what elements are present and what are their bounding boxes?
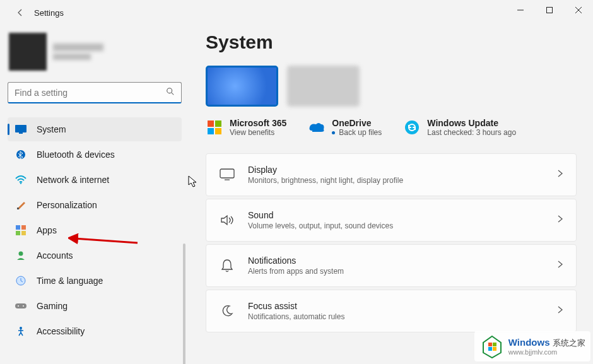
card-sound[interactable]: Sound Volume levels, output, input, soun… bbox=[206, 199, 577, 242]
svg-rect-22 bbox=[215, 128, 221, 134]
nav-label: Time & language bbox=[37, 276, 103, 286]
svg-point-23 bbox=[405, 120, 419, 134]
svg-rect-1 bbox=[547, 8, 553, 13]
avatar bbox=[9, 33, 47, 71]
device-card-secondary[interactable] bbox=[287, 66, 360, 107]
svg-point-7 bbox=[20, 182, 21, 184]
svg-rect-15 bbox=[15, 303, 26, 308]
search-icon bbox=[166, 87, 175, 98]
window-controls bbox=[506, 0, 593, 20]
update-icon bbox=[403, 119, 421, 136]
service-onedrive[interactable]: OneDrive Back up files bbox=[308, 118, 382, 137]
nav-item-apps[interactable]: Apps bbox=[8, 218, 182, 242]
card-sub: Volume levels, output, input, sound devi… bbox=[248, 221, 544, 230]
svg-rect-9 bbox=[16, 225, 20, 230]
svg-rect-30 bbox=[493, 347, 496, 351]
card-focus-assist[interactable]: Focus assist Notifications, automatic ru… bbox=[206, 290, 577, 332]
person-icon bbox=[15, 250, 26, 261]
svg-rect-29 bbox=[488, 347, 492, 351]
app-title: Settings bbox=[34, 8, 64, 18]
nav-item-accounts[interactable]: Accounts bbox=[8, 244, 182, 267]
svg-point-18 bbox=[20, 327, 22, 329]
svg-rect-24 bbox=[220, 169, 234, 178]
main-content: System Microsoft 365 View benefits OneDr… bbox=[189, 25, 593, 364]
card-sub: Alerts from apps and system bbox=[248, 267, 544, 276]
svg-rect-8 bbox=[17, 208, 19, 209]
card-title: Display bbox=[248, 165, 544, 175]
status-dot-icon bbox=[332, 131, 335, 134]
nav-label: Network & internet bbox=[37, 175, 109, 185]
card-notifications[interactable]: Notifications Alerts from apps and syste… bbox=[206, 244, 577, 287]
profile-block[interactable] bbox=[8, 30, 182, 82]
clock-globe-icon bbox=[15, 275, 26, 286]
svg-point-2 bbox=[167, 88, 172, 93]
watermark-cn: 系统之家 bbox=[553, 338, 585, 348]
onedrive-icon bbox=[308, 119, 326, 136]
nav-item-network[interactable]: Network & internet bbox=[8, 168, 182, 192]
service-windows-update[interactable]: Windows Update Last checked: 3 hours ago bbox=[403, 118, 516, 137]
close-button[interactable] bbox=[564, 0, 593, 20]
back-button[interactable] bbox=[11, 4, 29, 21]
svg-point-17 bbox=[23, 305, 24, 307]
watermark-url: www.bjjmlv.com bbox=[508, 348, 585, 356]
sound-icon bbox=[219, 212, 235, 228]
page-title: System bbox=[206, 32, 577, 53]
maximize-button[interactable] bbox=[535, 0, 564, 20]
chevron-right-icon bbox=[557, 214, 563, 226]
nav-label: Gaming bbox=[37, 301, 68, 311]
nav-label: Apps bbox=[37, 225, 57, 235]
search-input[interactable] bbox=[15, 88, 166, 98]
chevron-right-icon bbox=[557, 169, 563, 180]
moon-icon bbox=[219, 303, 235, 319]
nav-item-time-language[interactable]: Time & language bbox=[8, 269, 182, 293]
card-display[interactable]: Display Monitors, brightness, night ligh… bbox=[206, 153, 577, 196]
titlebar: Settings bbox=[0, 0, 593, 25]
device-preview-row bbox=[206, 66, 577, 107]
accessibility-icon bbox=[15, 326, 26, 337]
svg-rect-10 bbox=[21, 225, 26, 230]
service-title: Windows Update bbox=[427, 118, 516, 128]
settings-card-list: Display Monitors, brightness, night ligh… bbox=[206, 153, 577, 332]
profile-text bbox=[53, 44, 103, 60]
nav-item-gaming[interactable]: Gaming bbox=[8, 294, 182, 318]
card-title: Focus assist bbox=[248, 301, 544, 311]
service-title: OneDrive bbox=[332, 118, 382, 128]
bluetooth-icon bbox=[15, 149, 26, 160]
service-ms365[interactable]: Microsoft 365 View benefits bbox=[206, 118, 286, 137]
service-row: Microsoft 365 View benefits OneDrive Bac… bbox=[206, 118, 577, 137]
svg-point-13 bbox=[19, 252, 23, 256]
nav-label: Accounts bbox=[37, 250, 73, 261]
card-sub: Monitors, brightness, night light, displ… bbox=[248, 176, 544, 185]
svg-rect-5 bbox=[19, 132, 23, 134]
nav-list: System Bluetooth & devices Network & int… bbox=[8, 117, 182, 343]
bell-icon bbox=[219, 257, 235, 274]
minimize-button[interactable] bbox=[506, 0, 535, 20]
svg-line-3 bbox=[172, 92, 174, 95]
card-title: Sound bbox=[248, 210, 544, 220]
watermark-logo-icon bbox=[479, 334, 505, 359]
card-title: Notifications bbox=[248, 255, 544, 266]
service-sub: Last checked: 3 hours ago bbox=[427, 128, 516, 137]
svg-rect-27 bbox=[488, 343, 492, 346]
svg-point-16 bbox=[18, 305, 19, 307]
scrollbar[interactable] bbox=[183, 244, 185, 364]
nav-item-system[interactable]: System bbox=[8, 117, 182, 141]
ms365-icon bbox=[206, 119, 223, 136]
svg-rect-12 bbox=[21, 231, 26, 235]
nav-item-bluetooth[interactable]: Bluetooth & devices bbox=[8, 143, 182, 167]
device-card-primary[interactable] bbox=[206, 66, 278, 107]
nav-item-personalization[interactable]: Personalization bbox=[8, 193, 182, 217]
display-icon bbox=[219, 167, 235, 183]
sidebar: System Bluetooth & devices Network & int… bbox=[0, 25, 189, 364]
service-title: Microsoft 365 bbox=[230, 118, 286, 128]
service-sub: Back up files bbox=[332, 128, 382, 137]
gamepad-icon bbox=[15, 300, 26, 312]
apps-icon bbox=[15, 225, 26, 236]
service-sub: View benefits bbox=[230, 128, 286, 137]
search-box[interactable] bbox=[8, 82, 182, 103]
chevron-right-icon bbox=[557, 305, 563, 317]
nav-item-accessibility[interactable]: Accessibility bbox=[8, 319, 182, 343]
card-sub: Notifications, automatic rules bbox=[248, 312, 544, 321]
svg-rect-28 bbox=[493, 343, 496, 346]
nav-label: Bluetooth & devices bbox=[37, 150, 115, 160]
